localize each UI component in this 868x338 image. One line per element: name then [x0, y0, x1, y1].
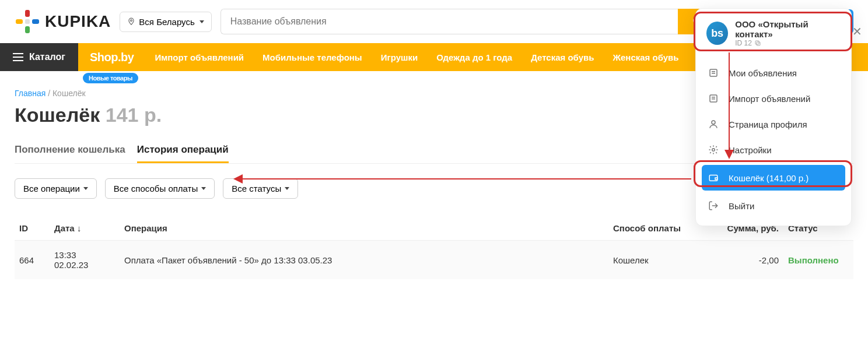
table-row: 664 13:33 02.02.23 Оплата «Пакет объявле… [15, 241, 853, 280]
svg-rect-3 [16, 19, 23, 24]
svg-point-5 [131, 20, 132, 22]
filter-statuses[interactable]: Все статусы [223, 178, 298, 199]
svg-rect-8 [13, 53, 23, 54]
chevron-down-icon [200, 20, 204, 23]
cell-status: Выполнено [783, 241, 853, 280]
nav-link-baby-clothes[interactable]: Одежда до 1 года [427, 52, 522, 62]
menu-logout[interactable]: Выйти [696, 193, 851, 219]
svg-rect-10 [13, 60, 23, 61]
user-dropdown: bs ООО «Открытый контакт» ID 12 Мои объя… [695, 8, 852, 226]
copy-icon[interactable] [754, 40, 761, 47]
logo-icon [15, 9, 40, 34]
logo-text: KUPIKA [45, 12, 111, 31]
catalog-label: Каталог [29, 52, 65, 62]
catalog-button[interactable]: Каталог [0, 43, 78, 71]
wallet-amount: 141 р. [106, 104, 162, 126]
chevron-down-icon [201, 187, 206, 190]
user-menu: Мои объявления Импорт объявлений Страниц… [696, 55, 851, 226]
pin-icon [127, 17, 135, 26]
search-form [220, 9, 719, 34]
svg-rect-1 [32, 19, 39, 24]
user-id: ID 12 [735, 39, 841, 47]
svg-rect-12 [755, 41, 759, 44]
tab-history[interactable]: История операций [137, 138, 229, 163]
nav-link-import[interactable]: Импорт объявлений [145, 52, 253, 62]
cell-id: 664 [15, 241, 50, 280]
breadcrumb-home[interactable]: Главная [15, 89, 46, 98]
filter-operations[interactable]: Все операции [15, 178, 97, 199]
menu-wallet[interactable]: Кошелёк (141,00 р.) [702, 165, 845, 191]
list-icon [708, 67, 719, 79]
col-id[interactable]: ID [15, 216, 50, 241]
svg-rect-0 [25, 10, 30, 17]
menu-profile[interactable]: Страница профиля [696, 111, 851, 137]
search-input[interactable] [220, 9, 678, 34]
region-selector[interactable]: Вся Беларусь [120, 12, 211, 32]
svg-point-20 [712, 149, 715, 152]
cell-sum: -2,00 [713, 241, 783, 280]
region-label: Вся Беларусь [139, 17, 194, 27]
close-icon[interactable]: ✕ [852, 24, 862, 38]
col-operation[interactable]: Операция [120, 216, 608, 241]
menu-my-ads[interactable]: Мои объявления [696, 60, 851, 86]
user-name: ООО «Открытый контакт» [735, 19, 841, 39]
tab-refill[interactable]: Пополнение кошелька [15, 138, 125, 163]
user-icon [708, 118, 719, 130]
svg-rect-9 [13, 57, 23, 58]
cell-method: Кошелек [608, 241, 713, 280]
hamburger-icon [13, 53, 23, 61]
cell-operation: Оплата «Пакет объявлений - 50» до 13:33 … [120, 241, 608, 280]
user-header[interactable]: bs ООО «Открытый контакт» ID 12 [696, 9, 851, 55]
nav-link-womens-shoes[interactable]: Женская обувь [603, 52, 688, 62]
nav-link-mobile[interactable]: Мобильные телефоны [253, 52, 372, 62]
gear-icon [708, 144, 719, 156]
svg-rect-4 [25, 19, 30, 24]
menu-import[interactable]: Импорт объявлений [696, 86, 851, 111]
svg-rect-2 [25, 26, 30, 33]
list-icon [708, 93, 719, 104]
svg-rect-11 [757, 42, 760, 45]
logo[interactable]: KUPIKA [15, 9, 111, 34]
nav-link-kids-shoes[interactable]: Детская обувь [522, 52, 603, 62]
svg-point-19 [712, 121, 715, 124]
sort-icon: ↓ [77, 223, 82, 233]
chevron-down-icon [285, 187, 289, 190]
wallet-icon [708, 172, 719, 184]
col-date[interactable]: Дата ↓ [50, 216, 120, 241]
nav-link-toys[interactable]: Игрушки [372, 52, 428, 62]
chevron-down-icon [83, 187, 88, 190]
breadcrumb-sep: / [48, 89, 50, 98]
menu-settings[interactable]: Настройки [696, 137, 851, 163]
filter-payment-methods[interactable]: Все способы оплаты [105, 178, 215, 199]
cell-date: 13:33 02.02.23 [50, 241, 120, 280]
nav-shop[interactable]: Shop.by Новые товары [78, 51, 145, 64]
logout-icon [708, 200, 719, 212]
breadcrumb-current: Кошелёк [52, 89, 86, 98]
avatar: bs [706, 22, 728, 45]
